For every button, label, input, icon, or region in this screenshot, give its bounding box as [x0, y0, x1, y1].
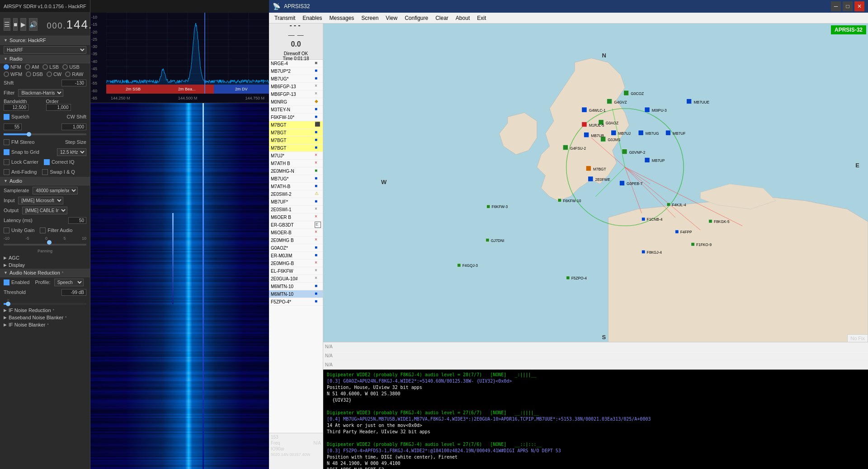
list-item[interactable]: 2E0MHG-B × [269, 260, 323, 267]
shift-input[interactable] [61, 80, 86, 86]
panning-slider[interactable] [4, 242, 86, 248]
menu-transmit[interactable]: Transmit [271, 14, 299, 22]
close-button[interactable]: ✕ [854, 1, 864, 11]
list-item[interactable]: M0NRG ◆ [269, 98, 323, 106]
fm-step-row: FM Stereo Step Size [0, 137, 90, 147]
list-item[interactable]: MB7UG* ■ [269, 75, 323, 83]
squelch-value-input[interactable] [4, 123, 22, 130]
filter-select[interactable]: Blackman-Harris 4 [18, 89, 63, 97]
list-item[interactable]: M7BGT ⬛ [269, 121, 323, 129]
source-select[interactable]: HackRF [4, 46, 86, 54]
list-item[interactable]: MB7UP*2 ■ [269, 67, 323, 75]
list-item[interactable]: 2E0MHG B × [269, 237, 323, 244]
output-row: Output [MME] CABLE Input ... [0, 205, 90, 215]
list-item[interactable]: M7ATH-B ■ [269, 183, 323, 190]
mode-cw[interactable]: CW [47, 71, 61, 77]
aprs-menubar: Transmit Enables Messages Screen View Co… [269, 13, 868, 24]
list-item[interactable]: MB6FGP-13 × [269, 83, 323, 90]
menu-clear[interactable]: Clear [432, 14, 452, 22]
display-row[interactable]: ▶ Display [0, 261, 90, 269]
nr-profile-select[interactable]: Speech [54, 279, 84, 286]
mode-usb[interactable]: USB [62, 64, 80, 70]
list-item[interactable]: G0AOZ* ■ [269, 244, 323, 252]
list-item[interactable]: NRGE-4 ■ [269, 60, 323, 67]
maximize-button[interactable]: □ [843, 1, 853, 11]
samplerate-select[interactable]: 48000 sample/sec [33, 187, 78, 194]
list-item[interactable]: M7BGT ■ [269, 137, 323, 144]
mode-nfm[interactable]: NFM [4, 64, 21, 70]
snap-select[interactable]: 12.5 kHz [57, 148, 86, 156]
ifb-arrow: ▶ [4, 322, 7, 327]
minimize-button[interactable]: ─ [831, 1, 841, 11]
map-area[interactable]: G4GVZ G4WLC-1 G0COZ G0AOZ [323, 24, 868, 370]
source-select-row[interactable]: HackRF [0, 45, 90, 55]
nr-slider-track[interactable] [4, 303, 86, 305]
if-blanker-row[interactable]: ▶ IF Noise Blanker * [0, 321, 90, 328]
list-item[interactable]: EL-F6KFW × [269, 267, 323, 275]
list-item[interactable]: 2E0SWI-1 × [269, 206, 323, 213]
nr-threshold-input[interactable] [61, 289, 86, 296]
list-item[interactable]: M7ATH B × [269, 160, 323, 167]
svg-rect-20 [645, 107, 650, 112]
list-item[interactable]: ER-GB3DT E [269, 221, 323, 229]
squelch-order-input[interactable] [61, 123, 86, 130]
list-item[interactable]: 2E0GUA-10# × [269, 275, 323, 283]
agc-row[interactable]: ▶ AGC [0, 254, 90, 261]
console-line: N 51 40.6000, W 001 25.3800 [327, 391, 864, 397]
list-item[interactable]: ER-M0JIM ■ [269, 252, 323, 260]
mode-raw[interactable]: RAW [65, 71, 83, 77]
mode-am[interactable]: AM [25, 64, 39, 70]
swap-iq-checkbox[interactable]: Swap I & Q [42, 169, 75, 175]
output-select[interactable]: [MME] CABLE Input ... [22, 207, 67, 214]
list-item[interactable]: 2E0MHG-N ■ [269, 167, 323, 175]
filter-audio-checkbox[interactable]: Filter Audio [40, 227, 72, 233]
list-item[interactable]: M7BGT ■ [269, 129, 323, 137]
fm-stereo-checkbox[interactable]: FM Stereo [4, 139, 34, 145]
lock-carrier-checkbox[interactable]: Lock Carrier [4, 159, 38, 165]
bandwidth-input[interactable] [4, 104, 28, 111]
order-input[interactable] [46, 104, 71, 111]
ifnr-title: IF Noise Reduction [9, 308, 51, 313]
baseband-blanker-row[interactable]: ▶ Baseband Noise Blanker * [0, 314, 90, 321]
list-item[interactable]: MB6FGP-13 × [269, 90, 323, 98]
menu-about[interactable]: About [452, 14, 473, 22]
list-item[interactable]: M7BGT ■ [269, 144, 323, 152]
mode-lsb[interactable]: LSB [42, 64, 59, 70]
input-select[interactable]: [MME] Microsoft So... [18, 197, 63, 204]
nr-enabled-checkbox[interactable]: Enabled [4, 280, 29, 285]
correct-iq-checkbox[interactable]: Correct IQ [44, 159, 75, 165]
list-item[interactable]: M6OER-B × [269, 229, 323, 237]
list-item[interactable]: 2E0SWI-2 ⚠ [269, 190, 323, 198]
mode-dsb[interactable]: DSB [26, 71, 43, 77]
snap-checkbox[interactable]: Snap to Grid [4, 149, 39, 155]
list-item[interactable]: MB7UG* ■ [269, 175, 323, 183]
anti-fading-checkbox[interactable]: Anti-Fading [4, 169, 37, 175]
menu-enables[interactable]: Enables [299, 14, 326, 22]
audio-button[interactable]: 🔊 [29, 18, 38, 31]
menu-messages[interactable]: Messages [326, 14, 358, 22]
stop-button[interactable]: ■ [13, 18, 18, 31]
menu-view[interactable]: View [382, 14, 401, 22]
list-item[interactable]: F6KFW-10* ■ [269, 114, 323, 121]
menu-exit[interactable]: Exit [473, 14, 490, 22]
list-item[interactable]: M6OER B × [269, 213, 323, 221]
list-item[interactable]: MB7UF* ■ [269, 198, 323, 206]
list-item[interactable]: M6MTN-10 ■ [269, 290, 323, 298]
menu-button[interactable]: ☰ [4, 18, 10, 31]
if-noise-reduction-row[interactable]: ▶ IF Noise Reduction * [0, 307, 90, 314]
list-item[interactable]: M6MTN-10 ■ [269, 283, 323, 290]
menu-configure[interactable]: Configure [401, 14, 432, 22]
list-item[interactable]: M3TEY-N ■ [269, 106, 323, 114]
pause-button[interactable]: ▶ [20, 18, 26, 31]
latency-input[interactable] [68, 217, 86, 224]
list-item[interactable]: F5ZPO-4* ■ [269, 298, 323, 306]
mode-wfm[interactable]: WFM [4, 71, 22, 77]
freq-prefix: 000. [47, 21, 66, 30]
squelch-checkbox[interactable]: Squelch [4, 114, 29, 120]
cw-dot [47, 71, 52, 77]
unity-gain-checkbox[interactable]: Unity Gain [4, 227, 34, 233]
unity-gain-label: Unity Gain [11, 227, 34, 233]
menu-screen[interactable]: Screen [358, 14, 382, 22]
list-item[interactable]: M7UJ* × [269, 152, 323, 160]
squelch-track[interactable] [4, 133, 86, 135]
